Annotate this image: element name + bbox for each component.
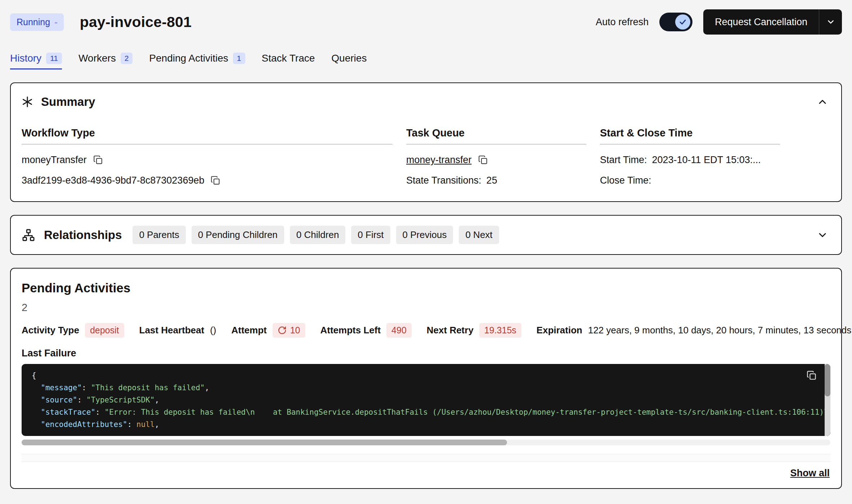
tab-workers-label: Workers [79, 53, 116, 64]
tab-workers[interactable]: Workers 2 [79, 53, 133, 69]
horizontal-scrollbar[interactable] [22, 440, 830, 445]
meta-attempts-left: Attempts Left 490 [320, 323, 412, 338]
workflow-status-label: Running [17, 17, 50, 27]
activity-type-badge: deposit [85, 323, 124, 338]
pending-children-count-badge: 0 Pending Children [192, 226, 284, 244]
tab-history[interactable]: History 11 [10, 53, 62, 69]
copy-icon[interactable] [807, 370, 817, 381]
parents-count-badge: 0 Parents [133, 226, 185, 244]
relationship-badges: 0 Parents 0 Pending Children 0 Children … [133, 226, 499, 244]
next-count-badge: 0 Next [459, 226, 499, 244]
tab-workers-count-badge: 2 [121, 53, 133, 64]
workflow-status-badge: Running - [10, 13, 64, 31]
auto-refresh-toggle[interactable] [659, 13, 692, 31]
header-right: Auto refresh Request Cancellation [596, 9, 842, 35]
check-icon [678, 18, 687, 26]
show-all-link[interactable]: Show all [790, 468, 830, 479]
activity-meta-row: Activity Type deposit Last Heartbeat () … [22, 323, 830, 338]
meta-activity-type: Activity Type deposit [22, 323, 124, 338]
workflow-id-title: pay-invoice-801 [80, 14, 192, 31]
summary-title-group: Summary [22, 95, 95, 109]
tab-stack-trace[interactable]: Stack Trace [262, 53, 315, 69]
copy-icon[interactable] [211, 176, 220, 185]
activity-type-label: Activity Type [22, 325, 79, 336]
run-id-row: 3adf2199-e3d8-4936-9bd7-8c87302369eb [22, 175, 393, 186]
task-queue-header: Task Queue [406, 127, 586, 144]
horizontal-scrollbar-thumb[interactable] [22, 440, 507, 445]
start-close-time-header: Start & Close Time [600, 127, 780, 144]
chevron-up-icon [817, 96, 828, 108]
request-cancellation-split-button: Request Cancellation [703, 9, 842, 35]
summary-card: Summary Workflow Type moneyTransfer 3adf… [10, 82, 842, 202]
chevron-down-icon [826, 17, 835, 27]
next-retry-label: Next Retry [427, 325, 474, 336]
vertical-scrollbar[interactable] [825, 364, 830, 436]
retry-icon [278, 326, 287, 335]
pending-activities-count: 2 [22, 302, 830, 314]
status-pulse-indicator: - [54, 17, 57, 27]
hierarchy-icon [22, 228, 35, 242]
summary-asterisk-icon [22, 96, 33, 108]
first-count-badge: 0 First [351, 226, 390, 244]
request-cancellation-button[interactable]: Request Cancellation [703, 9, 819, 35]
tab-history-label: History [10, 53, 41, 64]
workflow-type-row: moneyTransfer [22, 154, 393, 166]
summary-collapse-button[interactable] [815, 94, 830, 110]
state-transitions-value: 25 [486, 175, 497, 186]
previous-count-badge: 0 Previous [396, 226, 453, 244]
attempt-value: 10 [290, 325, 300, 336]
workflow-type-value: moneyTransfer [22, 154, 87, 166]
page-header: Running - pay-invoice-801 Auto refresh R… [0, 0, 852, 35]
summary-card-header: Summary [22, 94, 830, 110]
last-failure-label: Last Failure [22, 348, 830, 359]
relationships-row: Relationships 0 Parents 0 Pending Childr… [22, 226, 830, 244]
start-time-row: Start Time: 2023-10-11 EDT 15:03:... [600, 154, 780, 166]
relationships-title: Relationships [44, 228, 122, 242]
expiration-label: Expiration [537, 325, 582, 336]
show-all-row: Show all [22, 462, 830, 488]
close-time-row: Close Time: [600, 175, 780, 186]
meta-next-retry: Next Retry 19.315s [427, 323, 521, 338]
attempts-left-badge: 490 [386, 323, 412, 338]
workflow-type-column: Workflow Type moneyTransfer 3adf2199-e3d… [22, 127, 393, 186]
tab-queries[interactable]: Queries [331, 53, 367, 69]
summary-title: Summary [41, 95, 95, 109]
attempt-label: Attempt [231, 325, 266, 336]
workflow-tabs: History 11 Workers 2 Pending Activities … [0, 35, 852, 69]
failure-json: { "message": "This deposit has failed", … [22, 364, 830, 436]
attempts-left-label: Attempts Left [320, 325, 381, 336]
tab-stack-trace-label: Stack Trace [262, 53, 315, 64]
last-heartbeat-label: Last Heartbeat [139, 325, 205, 336]
cancellation-menu-button[interactable] [819, 9, 842, 35]
attempt-badge: 10 [273, 323, 305, 338]
meta-attempt: Attempt 10 [231, 323, 305, 338]
copy-icon[interactable] [478, 155, 488, 165]
tab-pending-activities-count-badge: 1 [233, 53, 245, 64]
state-transitions-row: State Transitions: 25 [406, 175, 586, 186]
pending-activities-title: Pending Activities [22, 281, 830, 295]
meta-last-heartbeat: Last Heartbeat () [139, 325, 216, 336]
next-retry-badge: 19.315s [479, 323, 521, 338]
tab-pending-activities[interactable]: Pending Activities 1 [149, 53, 245, 69]
toggle-knob [675, 14, 690, 30]
expiration-value: 122 years, 9 months, 10 days, 20 hours, … [588, 325, 851, 336]
start-time-value: 2023-10-11 EDT 15:03:... [652, 154, 761, 166]
task-queue-link[interactable]: money-transfer [406, 154, 472, 166]
start-time-label: Start Time: [600, 154, 647, 166]
task-queue-row: money-transfer [406, 154, 586, 166]
vertical-scrollbar-thumb[interactable] [825, 364, 830, 396]
tab-queries-label: Queries [331, 53, 367, 64]
state-transitions-label: State Transitions: [406, 175, 481, 186]
meta-expiration: Expiration 122 years, 9 months, 10 days,… [537, 325, 851, 336]
children-count-badge: 0 Children [290, 226, 346, 244]
auto-refresh-label: Auto refresh [596, 17, 649, 28]
header-left: Running - pay-invoice-801 [10, 13, 192, 31]
workflow-type-header: Workflow Type [22, 127, 393, 144]
task-queue-column: Task Queue money-transfer State Transiti… [406, 127, 586, 186]
relationships-expand-button[interactable] [815, 227, 830, 243]
start-close-time-column: Start & Close Time Start Time: 2023-10-1… [600, 127, 780, 186]
tab-pending-activities-label: Pending Activities [149, 53, 228, 64]
close-time-label: Close Time: [600, 175, 651, 186]
last-heartbeat-value: () [210, 325, 216, 336]
copy-icon[interactable] [93, 155, 103, 165]
